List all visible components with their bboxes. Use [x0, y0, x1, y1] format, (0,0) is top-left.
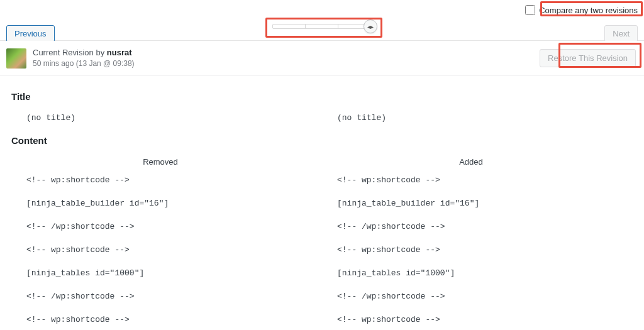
content-col-headers: Removed Added — [11, 157, 633, 175]
code-line: <!-- wp:shortcode --> — [11, 175, 309, 185]
code-line: <!-- wp:shortcode --> — [322, 245, 620, 255]
revision-time-line: 50 mins ago (13 Jan @ 09:38) — [33, 58, 135, 69]
code-line: <!-- /wp:shortcode --> — [11, 222, 309, 231]
title-diff: (no title) (no title) — [11, 113, 633, 128]
revision-meta-text: Current Revision by nusrat 50 mins ago (… — [33, 47, 135, 69]
code-line: [ninja_table_builder id="16"] — [11, 199, 309, 208]
code-line: <!-- /wp:shortcode --> — [322, 222, 620, 231]
annotation-box — [265, 18, 382, 38]
avatar — [6, 48, 26, 69]
previous-button[interactable]: Previous — [6, 25, 55, 42]
code-line: [ninja_tables id="1000"] — [322, 268, 620, 278]
added-label: Added — [322, 157, 620, 167]
revision-author-prefix: Current Revision by — [33, 48, 107, 57]
title-heading: Title — [11, 91, 633, 102]
code-line: <!-- wp:shortcode --> — [11, 245, 309, 255]
content-diff: <!-- wp:shortcode -->[ninja_table_builde… — [11, 175, 633, 330]
compare-checkbox[interactable] — [525, 5, 535, 15]
code-line: <!-- wp:shortcode --> — [11, 315, 309, 324]
annotation-box — [558, 43, 641, 68]
title-col-right: (no title) — [322, 113, 633, 128]
content-col-added: <!-- wp:shortcode -->[ninja_table_builde… — [322, 175, 633, 330]
code-line: <!-- wp:shortcode --> — [322, 175, 620, 185]
revision-time-rel: 50 mins ago — [33, 59, 74, 68]
code-line: <!-- /wp:shortcode --> — [11, 292, 309, 301]
content-col-removed: <!-- wp:shortcode -->[ninja_table_builde… — [11, 175, 322, 330]
title-right-value: (no title) — [322, 113, 620, 123]
revision-time-abs: (13 Jan @ 09:38) — [74, 59, 134, 68]
content-heading: Content — [11, 135, 633, 146]
code-line: <!-- /wp:shortcode --> — [322, 292, 620, 301]
code-line: <!-- wp:shortcode --> — [322, 315, 620, 324]
code-line: [ninja_tables id="1000"] — [11, 268, 309, 278]
removed-label: Removed — [11, 157, 309, 167]
revision-meta: Current Revision by nusrat 50 mins ago (… — [0, 41, 644, 76]
revision-author-line: Current Revision by nusrat — [33, 47, 135, 58]
title-left-value: (no title) — [11, 113, 309, 123]
next-button: Next — [604, 25, 638, 42]
code-line: [ninja_table_builder id="16"] — [322, 199, 620, 208]
diff-area: Title (no title) (no title) Content Remo… — [0, 76, 644, 330]
annotation-box — [540, 1, 643, 16]
title-col-left: (no title) — [11, 113, 322, 128]
revision-author-name: nusrat — [107, 48, 132, 57]
